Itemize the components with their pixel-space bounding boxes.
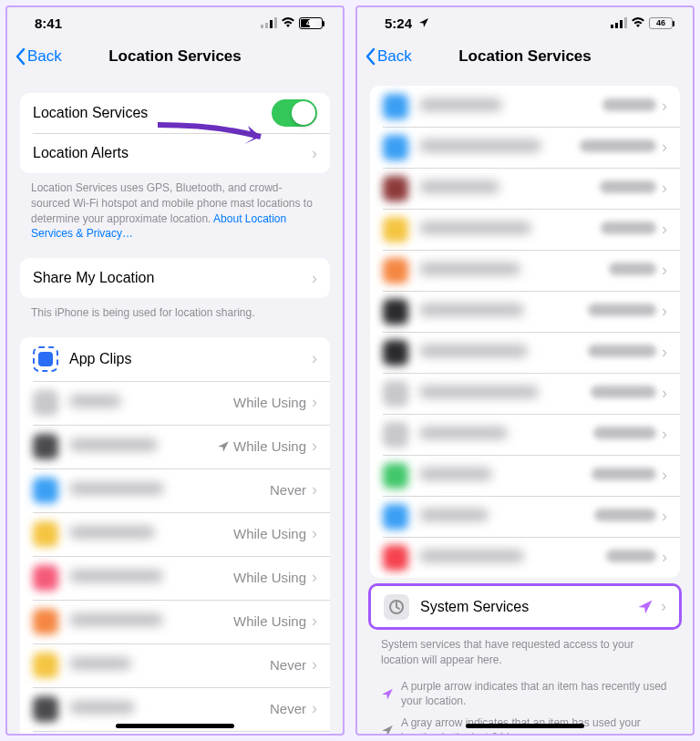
back-button[interactable]: Back: [365, 47, 412, 66]
app-icon: [33, 653, 58, 678]
app-permission-value: While Using: [233, 570, 306, 585]
status-bar: 5:24 46: [357, 7, 693, 38]
legend-gray: A gray arrow indicates that an item has …: [357, 712, 693, 734]
app-name-blurred: [69, 613, 233, 630]
location-alerts-label: Location Alerts: [33, 145, 312, 161]
home-indicator[interactable]: [466, 724, 584, 728]
svg-rect-0: [261, 25, 263, 28]
app-permission-value: Never: [270, 701, 306, 716]
chevron-right-icon: ›: [312, 393, 317, 412]
back-label: Back: [27, 47, 62, 66]
app-name-blurred: [69, 438, 217, 455]
chevron-right-icon: ›: [312, 269, 317, 288]
chevron-right-icon: ›: [312, 349, 317, 368]
wifi-icon: [631, 17, 645, 28]
chevron-right-icon: ›: [662, 302, 667, 321]
app-icon: [383, 176, 408, 201]
app-permission-value: Never: [270, 482, 306, 498]
chevron-right-icon: ›: [312, 480, 317, 499]
home-indicator[interactable]: [116, 724, 234, 728]
system-services-row[interactable]: System Services ›: [371, 586, 679, 627]
system-services-icon: [384, 594, 409, 620]
app-name-blurred: [419, 427, 593, 443]
app-icon: [33, 390, 58, 416]
location-arrow-icon: [637, 599, 654, 615]
app-name-blurred: [69, 482, 270, 499]
chevron-right-icon: ›: [662, 384, 667, 403]
app-permission-value: While Using: [233, 438, 306, 454]
app-name-blurred: [419, 221, 601, 238]
svg-rect-4: [611, 25, 613, 28]
cellular-icon: [611, 17, 627, 28]
app-row[interactable]: ›: [370, 127, 680, 168]
system-services-label: System Services: [420, 599, 637, 615]
settings-scroll[interactable]: Location Services Location Alerts › Loca…: [7, 75, 343, 734]
app-row[interactable]: ›: [370, 168, 680, 209]
app-row[interactable]: While Using ›: [20, 512, 330, 556]
chevron-right-icon: ›: [662, 343, 667, 362]
app-icon: [383, 381, 408, 407]
chevron-right-icon: ›: [312, 699, 317, 718]
footer-description: Location Services uses GPS, Bluetooth, a…: [7, 173, 343, 249]
app-name-blurred: [419, 386, 591, 402]
app-permission-value: While Using: [233, 613, 306, 629]
app-row[interactable]: Never ›: [20, 468, 330, 512]
app-permission-blurred: [602, 98, 656, 114]
chevron-left-icon: [15, 47, 26, 66]
app-icon: [383, 258, 408, 283]
svg-rect-3: [274, 17, 277, 28]
svg-rect-1: [265, 23, 268, 28]
app-icon: [33, 478, 58, 503]
chevron-right-icon: ›: [312, 144, 317, 163]
settings-scroll[interactable]: › › › › › › › › › ›: [357, 75, 693, 734]
svg-rect-7: [624, 17, 627, 28]
app-row[interactable]: ›: [370, 86, 680, 127]
app-name-blurred: [69, 657, 270, 674]
app-row[interactable]: While Using ›: [20, 425, 330, 468]
battery-icon: 46: [649, 17, 673, 29]
app-row[interactable]: Never ›: [20, 643, 330, 687]
app-name-blurred: [69, 570, 233, 586]
app-row[interactable]: While Using ›: [20, 731, 330, 734]
location-arrow-icon: [217, 440, 230, 453]
chevron-left-icon: [365, 47, 376, 66]
app-icon: [33, 521, 58, 547]
app-row[interactable]: ›: [370, 455, 680, 496]
app-row[interactable]: ›: [370, 209, 680, 250]
app-name-blurred: [419, 304, 588, 320]
status-time: 8:41: [35, 15, 62, 31]
app-permission-blurred: [592, 468, 656, 483]
nav-bar: Back Location Services: [357, 38, 693, 75]
app-row[interactable]: ›: [370, 414, 680, 455]
app-name-blurred: [69, 526, 233, 542]
app-row[interactable]: ›: [370, 332, 680, 373]
status-right: 46: [611, 17, 673, 29]
location-alerts-row[interactable]: Location Alerts ›: [20, 133, 330, 173]
app-name-blurred: [419, 139, 580, 156]
app-row[interactable]: While Using ›: [20, 556, 330, 600]
app-row[interactable]: ›: [370, 496, 680, 537]
app-row[interactable]: ›: [370, 537, 680, 578]
app-row[interactable]: ›: [370, 373, 680, 414]
app-icon: [33, 696, 58, 722]
app-clips-icon: [33, 346, 58, 372]
location-services-toggle[interactable]: [272, 99, 317, 127]
app-name-blurred: [419, 180, 600, 197]
back-label: Back: [377, 47, 412, 66]
app-row[interactable]: ›: [370, 250, 680, 291]
app-permission-blurred: [593, 427, 656, 442]
app-permission-blurred: [594, 509, 656, 524]
location-services-row[interactable]: Location Services: [20, 93, 330, 133]
app-permission-blurred: [588, 304, 656, 319]
status-right: 40: [261, 17, 323, 29]
app-row[interactable]: While Using ›: [20, 600, 330, 643]
app-row[interactable]: ›: [370, 291, 680, 332]
app-row[interactable]: While Using ›: [20, 381, 330, 425]
app-clips-row[interactable]: App Clips ›: [20, 337, 330, 381]
app-permission-value: While Using: [233, 395, 306, 410]
share-my-location-row[interactable]: Share My Location ›: [20, 258, 330, 298]
chevron-right-icon: ›: [662, 179, 667, 198]
back-button[interactable]: Back: [15, 47, 62, 66]
battery-icon: 40: [299, 17, 323, 29]
cellular-icon: [261, 17, 277, 28]
